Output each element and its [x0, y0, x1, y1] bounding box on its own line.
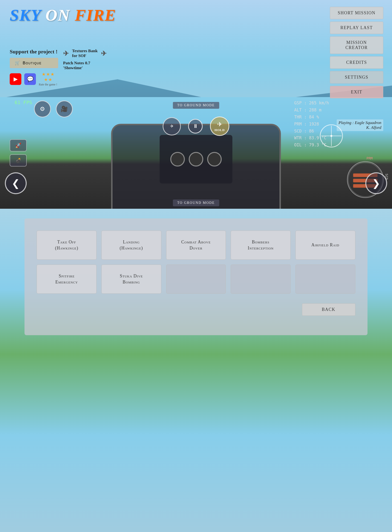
- missions-grid-row2: SpitfireEmergency Stuka DiveBombing: [37, 265, 355, 294]
- camera-button[interactable]: 🎥: [56, 100, 73, 117]
- exit-button[interactable]: Exit: [330, 86, 383, 98]
- main-menu: Short Mission Replay Last Mission Creato…: [330, 7, 383, 98]
- thr-stat: THR : 84 %: [294, 114, 329, 121]
- star2-icon: ★: [46, 72, 50, 77]
- mission-empty-3: [166, 265, 226, 294]
- playing-line2: K. Alford: [339, 125, 381, 130]
- fps-counter: 61 FPS: [15, 100, 32, 105]
- social-row: ▶ 💬 ★ ★ ★ ★ ★ Rate the game !: [10, 72, 58, 86]
- ground-mode-top-label[interactable]: TO GROUND MODE: [173, 102, 219, 109]
- title-sky: SKY: [10, 6, 41, 24]
- cart-icon: 🛒: [15, 60, 20, 66]
- back-button[interactable]: Back: [302, 303, 355, 316]
- weapon1-icon[interactable]: 🚀: [10, 139, 27, 151]
- mission-spitfire-button[interactable]: SpitfireEmergency: [37, 265, 97, 294]
- ground-mode-bottom-label[interactable]: TO GROUND MODE: [173, 200, 219, 206]
- star1-icon: ★: [42, 72, 46, 77]
- settings-button[interactable]: Settings: [330, 71, 383, 83]
- plane-right-icon: ✈: [101, 50, 106, 58]
- plane-display-icon: ✈: [163, 117, 181, 135]
- replay-last-button[interactable]: Replay Last: [330, 22, 383, 34]
- prm-gauge-label: PRM: [367, 156, 373, 160]
- camera-icon: 🎥: [61, 106, 68, 112]
- left-arrow-icon: ❮: [12, 178, 20, 189]
- right-panel-top: ✈ Textures Bank for SOF ✈ Patch Notes 0.…: [63, 49, 106, 70]
- plane-left-icon: ✈: [63, 50, 69, 58]
- short-mission-button[interactable]: Short Mission: [330, 7, 383, 19]
- rate-stars[interactable]: ★ ★ ★ ★ ★ Rate the game !: [39, 72, 57, 86]
- mission-bombers-button[interactable]: BombersInterception: [231, 231, 291, 260]
- engine-icon: ⚙: [40, 106, 45, 112]
- missions-grid-row1: Take Off(Hawkinge) Landing(Hawkinge) Com…: [37, 231, 355, 260]
- mission-empty-4: [231, 265, 291, 294]
- game-title: SKY ON FIRE: [10, 7, 116, 23]
- mission-empty-5: [295, 265, 355, 294]
- gsp-stat: GSP : 265 km/h: [294, 100, 329, 107]
- patch-label: Patch Notes 0.7: [63, 61, 90, 66]
- bottom-section: Take Off(Hawkinge) Landing(Hawkinge) Com…: [0, 209, 392, 532]
- support-title: Support the project !: [10, 49, 58, 55]
- textures-bank-item[interactable]: ✈ Textures Bank for SOF ✈: [63, 49, 106, 58]
- credits-button[interactable]: Credits: [330, 56, 383, 69]
- boutique-label: Boutique: [23, 61, 42, 66]
- mission-stuka-button[interactable]: Stuka DiveBombing: [101, 265, 161, 294]
- back-btn-row: Back: [37, 303, 355, 316]
- center-controls: ✈ ⏸ ✈ HOLD: [163, 116, 229, 136]
- title-on: ON: [41, 6, 75, 24]
- playing-line1: Playing : Eagle Squadron: [339, 120, 381, 125]
- support-section: Support the project ! 🛒 Boutique ▶ 💬 ★ ★…: [10, 49, 58, 88]
- discord-icon[interactable]: 💬: [24, 73, 36, 85]
- mission-airfield-raid-button[interactable]: Airfield Raid: [295, 231, 355, 260]
- mission-combat-dover-button[interactable]: Combat AboveDover: [166, 231, 226, 260]
- star3-icon: ★: [50, 72, 54, 77]
- missions-panel: Take Off(Hawkinge) Landing(Hawkinge) Com…: [24, 218, 367, 335]
- mission-creator-button[interactable]: Mission Creator: [330, 36, 383, 54]
- svg-point-3: [330, 135, 332, 137]
- mission-takeoff-button[interactable]: Take Off(Hawkinge): [37, 231, 97, 260]
- star4-icon: ★: [44, 77, 48, 82]
- nav-right-button[interactable]: ❯: [365, 172, 387, 194]
- textures-sub-label: for SOF: [72, 53, 98, 58]
- textures-label: Textures Bank: [72, 49, 98, 53]
- boutique-button[interactable]: 🛒 Boutique: [10, 58, 58, 68]
- left-weapons: 🚀 💣: [10, 139, 27, 166]
- patch-notes-item[interactable]: Patch Notes 0.7 'Showtime': [63, 61, 106, 70]
- star5-icon: ★: [48, 77, 52, 82]
- patch-sub-label: 'Showtime': [63, 66, 90, 70]
- playing-info: Playing : Eagle Squadron K. Alford: [337, 119, 383, 131]
- title-fire: FIRE: [75, 6, 116, 24]
- alt-stat: ALT : 288 m: [294, 107, 329, 114]
- mission-landing-button[interactable]: Landing(Hawkinge): [101, 231, 161, 260]
- hud-section: 61 FPS ⚙ 🎥 TO GROUND MODE ✈ ⏸ ✈ HOLD GSP…: [0, 97, 392, 209]
- hud-top-controls: ⚙ 🎥: [34, 100, 73, 117]
- youtube-icon[interactable]: ▶: [10, 73, 21, 85]
- hold-button[interactable]: ✈ HOLD: [210, 116, 229, 136]
- rate-label: Rate the game !: [39, 83, 57, 86]
- pause-button[interactable]: ⏸: [188, 119, 203, 133]
- nav-left-button[interactable]: ❮: [5, 172, 27, 194]
- right-arrow-icon: ❯: [372, 178, 380, 189]
- cockpit-frame: [111, 124, 281, 209]
- hold-label: HOLD: [214, 128, 225, 132]
- weapon2-icon[interactable]: 💣: [10, 154, 27, 166]
- engine-camera-button[interactable]: ⚙: [34, 100, 51, 117]
- hold-icon: ✈: [217, 121, 222, 128]
